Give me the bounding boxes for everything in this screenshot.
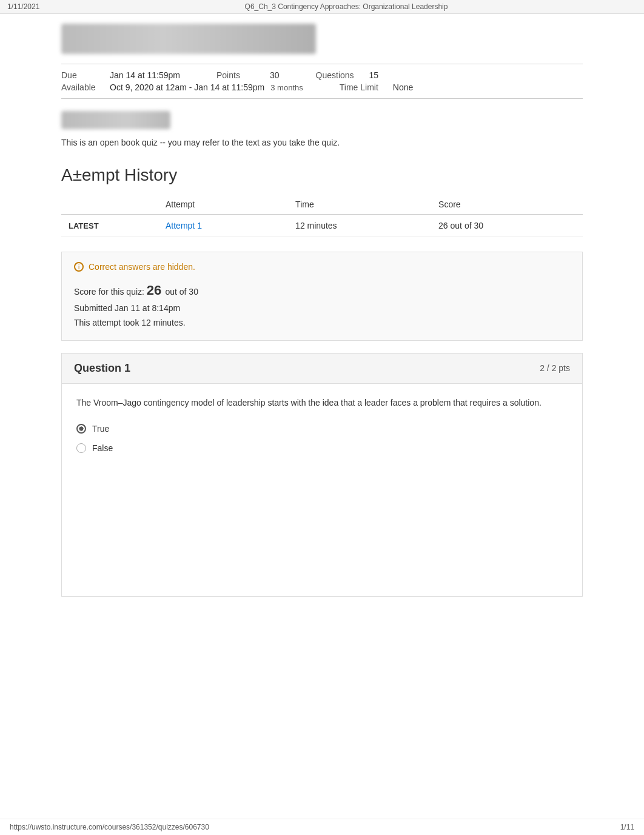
- score-out-of: out of 30: [165, 287, 198, 297]
- radio-false[interactable]: [76, 443, 86, 453]
- latest-label: LATEST: [61, 215, 158, 237]
- submitted-line: Submitted Jan 11 at 8:14pm: [74, 301, 570, 316]
- correct-answers-notice: i Correct answers are hidden.: [74, 262, 570, 272]
- due-label: Due: [61, 70, 110, 80]
- instructions-text: This is an open book quiz -- you may ref…: [61, 138, 583, 147]
- score-label: Score for this quiz:: [74, 287, 147, 297]
- attempt-1-link[interactable]: Attempt 1: [166, 221, 202, 230]
- score-section: i Correct answers are hidden. Score for …: [61, 252, 583, 341]
- points-value: 30: [270, 70, 280, 80]
- browser-date: 1/11/2021: [7, 2, 56, 11]
- quiz-title-blurred: [61, 24, 316, 54]
- question-1-block: Question 1 2 / 2 pts The Vroom–Jago cont…: [61, 353, 583, 597]
- answer-false-label: False: [92, 443, 113, 453]
- score-line: Score for this quiz: 26 out of 30: [74, 279, 570, 301]
- questions-label: Questions: [316, 70, 364, 80]
- score-number: 26: [147, 283, 166, 298]
- duration-line: This attempt took 12 minutes.: [74, 316, 570, 330]
- notice-icon: i: [74, 262, 84, 272]
- col-header-attempt: Attempt: [158, 195, 288, 215]
- due-value: Jan 14 at 11:59pm: [110, 70, 180, 80]
- correct-answers-text: Correct answers are hidden.: [89, 262, 195, 272]
- col-header-time: Time: [288, 195, 431, 215]
- browser-title: Q6_Ch_3 Contingency Approaches: Organiza…: [56, 2, 637, 11]
- attempt-link-cell[interactable]: Attempt 1: [158, 215, 288, 237]
- info-row-available: Available Oct 9, 2020 at 12am - Jan 14 a…: [61, 82, 583, 92]
- info-row-due: Due Jan 14 at 11:59pm Points 30 Question…: [61, 70, 583, 80]
- attempt-score: 26 out of 30: [431, 215, 583, 237]
- question-1-spacer: [76, 463, 568, 584]
- question-1-header: Question 1 2 / 2 pts: [62, 354, 582, 384]
- question-1-text: The Vroom–Jago contingency model of lead…: [76, 396, 568, 409]
- score-details: Score for this quiz: 26 out of 30 Submit…: [74, 279, 570, 330]
- duration-value: 3 months: [270, 83, 303, 92]
- attempt-time: 12 minutes: [288, 215, 431, 237]
- radio-true[interactable]: [76, 424, 86, 434]
- instructions-title-blurred: [61, 111, 170, 129]
- answer-true-label: True: [92, 424, 109, 434]
- table-row: LATEST Attempt 1 12 minutes 26 out of 30: [61, 215, 583, 237]
- quiz-info-section: Due Jan 14 at 11:59pm Points 30 Question…: [61, 64, 583, 99]
- footer-spacer: [61, 597, 583, 621]
- points-label: Points: [216, 70, 265, 80]
- questions-value: 15: [369, 70, 379, 80]
- col-header-empty: [61, 195, 158, 215]
- answer-option-true[interactable]: True: [76, 424, 568, 434]
- attempt-history-title: A±empt History: [61, 166, 583, 185]
- answer-option-false[interactable]: False: [76, 443, 568, 453]
- available-label: Available: [61, 82, 110, 92]
- attempt-history-table: Attempt Time Score LATEST Attempt 1 12 m…: [61, 195, 583, 237]
- available-value: Oct 9, 2020 at 12am - Jan 14 at 11:59pm: [110, 82, 264, 92]
- col-header-score: Score: [431, 195, 583, 215]
- page-content: Due Jan 14 at 11:59pm Points 30 Question…: [49, 14, 595, 645]
- question-1-body: The Vroom–Jago contingency model of lead…: [62, 384, 582, 596]
- browser-bar: 1/11/2021 Q6_Ch_3 Contingency Approaches…: [0, 0, 644, 14]
- question-1-points: 2 / 2 pts: [540, 363, 570, 373]
- question-1-title: Question 1: [74, 362, 130, 375]
- time-limit-label: Time Limit: [340, 82, 388, 92]
- time-limit-value: None: [393, 82, 413, 92]
